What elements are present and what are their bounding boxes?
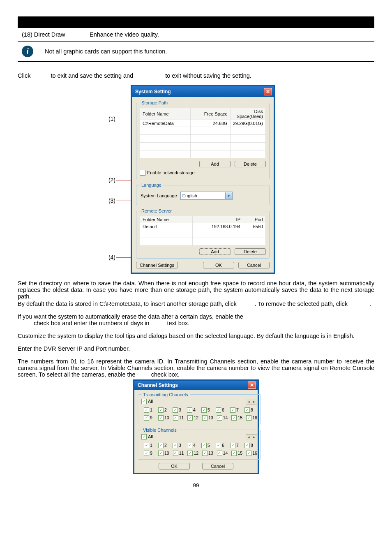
trans-ch-checkbox[interactable]: ✓ [246,415,251,421]
callout-2: (2) [108,177,115,183]
vis-ch-checkbox[interactable]: ✓ [187,451,193,456]
chevron-right-icon[interactable]: ▸ [251,399,257,405]
dialog-title: System Setting [135,89,171,95]
vis-ch-checkbox[interactable]: ✓ [158,443,164,448]
trans-ch-checkbox[interactable]: ✓ [217,415,222,421]
language-legend: Language [140,183,163,187]
vis-ch-checkbox[interactable]: ✓ [244,443,250,448]
channel-ok-button[interactable]: OK [159,463,190,469]
trans-ch-checkbox[interactable]: ✓ [216,407,221,413]
remote-delete-button[interactable]: Delete [235,248,266,255]
callout-1: (1) [108,116,115,122]
channel-cancel-button[interactable]: Cancel [202,463,233,469]
para-storage-3: If you want the system to automatically … [18,313,374,326]
language-label: System Language [141,193,177,198]
trans-ch-checkbox[interactable]: ✓ [144,415,149,421]
para-language: Customize the system to display the tool… [18,333,374,339]
item-18-label: (18) Direct Draw [22,31,90,38]
trans-ch-checkbox[interactable]: ✓ [173,407,178,413]
channel-settings-button[interactable]: Channel Settings [136,262,178,268]
trans-ch-checkbox[interactable]: ✓ [187,415,193,421]
storage-delete-button[interactable]: Delete [235,161,266,167]
vis-ch-checkbox[interactable]: ✓ [144,451,149,456]
vis-ch-checkbox[interactable]: ✓ [217,451,222,456]
remote-legend: Remote Server [140,208,173,213]
vis-legend: Visible Channels [141,428,178,432]
vis-ch-checkbox[interactable]: ✓ [216,443,221,448]
trans-ch-checkbox[interactable]: ✓ [158,407,164,413]
vis-row-1: ✓1 ✓2 ✓3 ✓4 ✓5 ✓6 ✓7 ✓8 [144,443,257,448]
system-setting-dialog: System Setting ✕ Storage Path Folder Nam… [131,85,275,274]
vis-ch-checkbox[interactable]: ✓ [158,451,164,456]
ok-button[interactable]: OK [203,262,234,268]
storage-table: Folder Name Free Space Disk Space(Used) … [140,108,266,158]
trans-ch-checkbox[interactable]: ✓ [144,407,149,413]
close-icon[interactable]: ✕ [264,88,272,95]
note-text: Not all graphic cards can support this f… [45,48,167,55]
para-storage-1: Set the directory on where to save the d… [18,280,374,300]
storage-add-button[interactable]: Add [199,161,231,167]
vis-ch-checkbox[interactable]: ✓ [187,443,192,448]
trans-ch-checkbox[interactable]: ✓ [230,407,235,413]
trans-row-2: ✓9 ✓10 ✓11 ✓12 ✓13 ✓14 ✓15 ✓16 [144,415,257,421]
trans-row-1: ✓1 ✓2 ✓3 ✓4 ✓5 ✓6 ✓7 ✓8 [144,407,257,413]
cancel-button[interactable]: Cancel [238,262,270,268]
vis-scroll[interactable]: ◂ ▸ [246,434,257,440]
enable-network-label: Enable network storage [147,170,195,175]
vis-ch-checkbox[interactable]: ✓ [173,443,178,448]
vis-all-checkbox[interactable]: ✓ [141,434,147,439]
trans-ch-checkbox[interactable]: ✓ [158,415,164,421]
trans-ch-checkbox[interactable]: ✓ [187,407,192,413]
trans-ch-checkbox[interactable]: ✓ [244,407,250,413]
item-18-desc: Enhance the video quality. [90,31,370,38]
language-select[interactable]: English ▾ [180,192,233,200]
vis-row-2: ✓9 ✓10 ✓11 ✓12 ✓13 ✓14 ✓15 ✓16 [144,451,257,456]
trans-ch-checkbox[interactable]: ✓ [173,415,178,421]
chevron-left-icon[interactable]: ◂ [246,399,251,405]
vis-ch-checkbox[interactable]: ✓ [246,451,251,456]
chevron-left-icon[interactable]: ◂ [246,435,251,440]
vis-ch-checkbox[interactable]: ✓ [202,451,208,456]
chevron-down-icon: ▾ [225,192,232,199]
vis-ch-checkbox[interactable]: ✓ [230,443,235,448]
callout-3: (3) [108,197,115,204]
trans-ch-checkbox[interactable]: ✓ [231,415,237,421]
exit-instruction: Click to exit and save the setting and t… [18,72,374,79]
info-icon: i [22,46,33,57]
trans-all-checkbox[interactable]: ✓ [141,399,147,404]
para-channel: The numbers from 01 to 16 represent the … [18,358,374,378]
trans-legend: Transmitting Channels [141,392,190,397]
trans-ch-checkbox[interactable]: ✓ [201,407,207,413]
vis-ch-checkbox[interactable]: ✓ [173,451,178,456]
trans-scroll[interactable]: ◂ ▸ [246,399,257,405]
vis-ch-checkbox[interactable]: ✓ [144,443,149,448]
vis-ch-checkbox[interactable]: ✓ [231,451,237,456]
close-icon[interactable]: ✕ [248,382,256,389]
vis-ch-checkbox[interactable]: ✓ [201,443,207,448]
callout-4: (4) [108,254,115,261]
remote-add-button[interactable]: Add [199,248,231,255]
storage-legend: Storage Path [140,100,169,105]
page-number: 99 [18,482,374,488]
enable-network-checkbox[interactable] [140,170,145,176]
channel-settings-dialog: Channel Settings ✕ ✓ All ◂ ▸ [133,379,259,474]
para-storage-2: By default the data is stored in C:\Remo… [18,301,374,307]
channel-dialog-title: Channel Settings [138,382,178,388]
trans-ch-checkbox[interactable]: ✓ [202,415,208,421]
chevron-right-icon[interactable]: ▸ [251,435,257,440]
remote-table: Folder Name IP Port Default 192.168.0.19… [140,216,266,246]
para-remote: Enter the DVR Server IP and Port number. [18,345,374,352]
